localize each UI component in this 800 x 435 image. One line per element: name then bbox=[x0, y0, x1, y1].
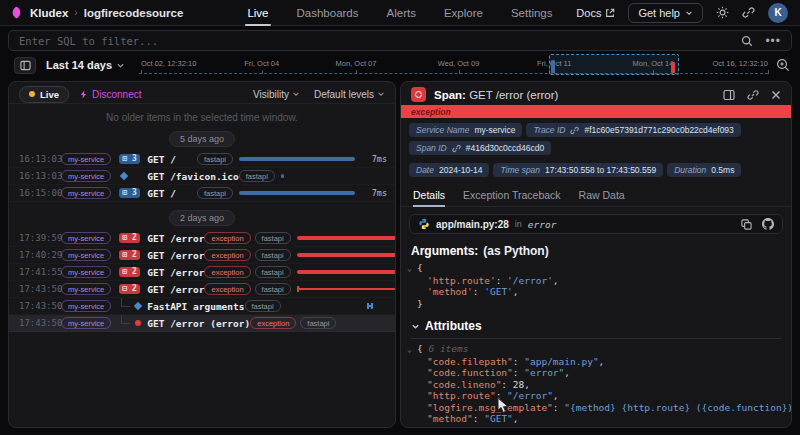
duration-bar bbox=[297, 236, 396, 240]
chip-label: Span ID bbox=[416, 143, 447, 153]
disconnect-button[interactable]: Disconnect bbox=[79, 89, 141, 100]
duration-bar-track bbox=[342, 319, 396, 327]
sql-filter-input[interactable] bbox=[19, 35, 741, 47]
detail-chip[interactable]: Trace ID#f1c60e57391d771c290c0b22cd4ef09… bbox=[526, 123, 740, 137]
row-title: GET / bbox=[147, 188, 176, 199]
table-row[interactable]: 17:39:59my-service⊞ 2GET /errorexception… bbox=[9, 230, 395, 247]
detail-chip[interactable]: Date2024-10-14 bbox=[409, 163, 489, 177]
table-row[interactable]: 17:43:50my-serviceFastAPI argumentsfasta… bbox=[9, 298, 395, 315]
close-icon[interactable] bbox=[771, 90, 781, 100]
tab-settings[interactable]: Settings bbox=[509, 0, 555, 26]
span-detail-panel: Span: GET /error (error) exception Servi… bbox=[400, 81, 792, 428]
timeline-strip[interactable]: Oct 02, 12:32:10Fri, Oct 04Mon, Oct 07We… bbox=[139, 55, 768, 75]
zoom-in-button[interactable] bbox=[776, 58, 790, 72]
table-row[interactable]: 17:41:55my-service⊞ 2GET /errorexception… bbox=[9, 264, 395, 281]
copy-icon[interactable] bbox=[741, 219, 752, 230]
user-avatar[interactable]: K bbox=[768, 3, 788, 23]
chip-label: Duration bbox=[674, 165, 706, 175]
row-marker: ⊞ 3 bbox=[119, 154, 143, 164]
span-count-badge[interactable]: ⊞ 3 bbox=[119, 188, 139, 198]
duration-bar bbox=[239, 191, 355, 195]
code-token: "http.route" bbox=[427, 390, 496, 401]
detail-tab-exception-traceback[interactable]: Exception Traceback bbox=[463, 189, 560, 206]
docs-link[interactable]: Docs bbox=[576, 7, 615, 19]
code-token: , bbox=[524, 379, 530, 390]
service-badge: my-service bbox=[61, 249, 111, 261]
live-toggle[interactable]: Live bbox=[19, 86, 69, 103]
timeline-tick-mark bbox=[768, 70, 769, 74]
span-count-badge[interactable]: ⊞ 2 bbox=[119, 250, 139, 260]
code-line: 'http.route': '/error', bbox=[407, 275, 781, 287]
code-token: "error" bbox=[524, 367, 564, 378]
day-divider-pill: 2 days ago bbox=[169, 210, 235, 226]
fastapi-tag: fastapi bbox=[245, 300, 281, 312]
disconnect-icon bbox=[79, 90, 88, 99]
table-row[interactable]: 17:40:29my-service⊞ 2GET /errorexception… bbox=[9, 247, 395, 264]
arguments-code: ⌄{'http.route': '/error','method': 'GET'… bbox=[401, 258, 791, 309]
detail-chip[interactable]: Time span17:43:50.558 to 17:43:50.559 bbox=[493, 163, 663, 177]
chip-value: 2024-10-14 bbox=[439, 165, 482, 175]
code-token: , bbox=[513, 413, 519, 424]
code-token: "code.function" bbox=[427, 367, 513, 378]
detail-chip[interactable]: Service Namemy-service bbox=[409, 123, 522, 137]
table-row[interactable]: 17:43:50my-service⊟ 2GET /errorexception… bbox=[9, 281, 395, 298]
detail-tab-raw-data[interactable]: Raw Data bbox=[579, 189, 625, 206]
table-row[interactable]: 16:15:00my-service⊞ 3GET /fastapi7ms bbox=[9, 185, 395, 202]
visibility-dropdown[interactable]: Visibility bbox=[253, 89, 300, 100]
code-function-name: error bbox=[528, 219, 557, 230]
get-help-button[interactable]: Get help bbox=[628, 3, 703, 23]
fold-caret-icon[interactable]: ⌄ bbox=[407, 344, 417, 356]
table-row[interactable]: 17:43:50my-serviceGET /error (error)exce… bbox=[9, 315, 395, 332]
code-token: 6 items bbox=[428, 343, 468, 354]
detail-chip[interactable]: Duration0.5ms bbox=[667, 163, 741, 177]
chip-label: Date bbox=[416, 165, 434, 175]
breadcrumb-org[interactable]: Kludex bbox=[30, 7, 68, 19]
service-badge: my-service bbox=[61, 187, 111, 199]
attributes-heading[interactable]: Attributes bbox=[401, 309, 791, 333]
code-line: 'method': 'GET', bbox=[407, 286, 781, 298]
row-tags: fastapi bbox=[197, 187, 233, 199]
fold-caret-icon[interactable]: ⌄ bbox=[407, 263, 417, 275]
span-count-badge[interactable]: ⊞ 2 bbox=[119, 233, 139, 243]
row-marker: ⊞ 2 bbox=[119, 233, 143, 243]
live-indicator-dot bbox=[29, 91, 35, 97]
table-row[interactable]: 16:13:03my-serviceGET /favicon.icofastap… bbox=[9, 168, 395, 185]
time-range-dropdown[interactable]: Last 14 days bbox=[46, 59, 125, 71]
tab-live[interactable]: Live bbox=[245, 0, 270, 26]
github-icon[interactable] bbox=[762, 218, 774, 230]
levels-dropdown[interactable]: Default levels bbox=[314, 89, 385, 100]
span-count-badge[interactable]: ⊞ 3 bbox=[119, 154, 139, 164]
code-line: "code.filepath": "app/main.py", bbox=[407, 356, 781, 368]
service-badge: my-service bbox=[61, 317, 111, 329]
dock-panel-icon[interactable] bbox=[723, 89, 735, 101]
timeline-tick-mark bbox=[141, 70, 142, 74]
tab-explore[interactable]: Explore bbox=[442, 0, 485, 26]
row-timestamp: 17:39:59 bbox=[19, 233, 61, 243]
span-count-badge[interactable]: ⊞ 2 bbox=[119, 267, 139, 277]
copy-link-icon[interactable] bbox=[747, 89, 759, 101]
row-timestamp: 16:15:00 bbox=[19, 188, 61, 198]
table-row[interactable]: 16:13:03my-service⊞ 3GET /fastapi7ms bbox=[9, 151, 395, 168]
span-count-badge[interactable]: ⊟ 2 bbox=[119, 284, 139, 294]
code-location-bar[interactable]: app/main.py:28 in error bbox=[409, 214, 783, 234]
exception-tag: exception bbox=[204, 232, 250, 244]
row-title: GET /error bbox=[147, 233, 204, 244]
detail-tab-details[interactable]: Details bbox=[413, 189, 445, 206]
row-title: GET /error bbox=[147, 284, 204, 295]
code-token: "{method} {http.route} ({code.function})… bbox=[564, 402, 792, 413]
panel-toggle-button[interactable] bbox=[14, 57, 36, 74]
detail-chip[interactable]: Span ID#416d30c0ccd46cd0 bbox=[409, 141, 551, 155]
breadcrumb-project[interactable]: logfirecodesource bbox=[84, 7, 184, 19]
tab-alerts[interactable]: Alerts bbox=[385, 0, 418, 26]
theme-toggle-button[interactable] bbox=[716, 6, 729, 19]
share-link-button[interactable] bbox=[742, 6, 755, 19]
logfire-logo-icon bbox=[10, 6, 23, 19]
tab-dashboards[interactable]: Dashboards bbox=[295, 0, 361, 26]
search-icon[interactable] bbox=[741, 35, 753, 47]
timeline-tick-label: Wed, Oct 09 bbox=[438, 59, 480, 68]
timeline-tick-label: Oct 16, 12:32:10 bbox=[713, 59, 768, 68]
row-tags: fastapi bbox=[245, 300, 281, 312]
fastapi-tag: fastapi bbox=[239, 170, 275, 182]
timeline-selection[interactable] bbox=[549, 54, 679, 75]
chevron-down-icon bbox=[292, 90, 300, 98]
